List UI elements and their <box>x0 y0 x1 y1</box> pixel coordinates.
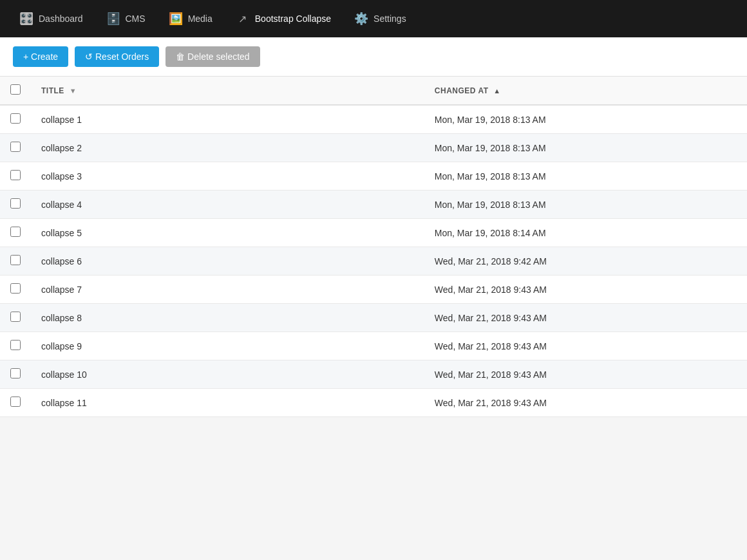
row-checkbox-cell <box>0 389 31 417</box>
table-row: collapse 4Mon, Mar 19, 2018 8:13 AM <box>0 191 747 219</box>
row-checkbox-cell <box>0 134 31 162</box>
table-row: collapse 1Mon, Mar 19, 2018 8:13 AM <box>0 105 747 134</box>
reset-orders-button[interactable]: ↺ Reset Orders <box>75 46 159 67</box>
row-changed-at: Wed, Mar 21, 2018 9:43 AM <box>424 275 747 304</box>
row-checkbox-cell <box>0 219 31 247</box>
table-row: collapse 7Wed, Mar 21, 2018 9:43 AM <box>0 275 747 304</box>
row-checkbox-cell <box>0 360 31 389</box>
select-all-cell <box>0 77 31 105</box>
table-row: collapse 2Mon, Mar 19, 2018 8:13 AM <box>0 134 747 162</box>
row-checkbox-cell <box>0 332 31 360</box>
create-button[interactable]: + Create <box>13 46 68 67</box>
row-changed-at: Mon, Mar 19, 2018 8:13 AM <box>424 191 747 219</box>
row-title: collapse 2 <box>31 134 424 162</box>
table-row: collapse 3Mon, Mar 19, 2018 8:13 AM <box>0 162 747 191</box>
nav-label-dashboard: Dashboard <box>39 14 83 24</box>
row-checkbox-2[interactable] <box>10 142 21 152</box>
nav-label-media: Media <box>188 14 213 24</box>
table-row: collapse 5Mon, Mar 19, 2018 8:14 AM <box>0 219 747 247</box>
row-changed-at: Mon, Mar 19, 2018 8:13 AM <box>424 134 747 162</box>
col-changed-at-label: CHANGED AT <box>435 86 489 95</box>
row-checkbox-cell <box>0 162 31 191</box>
delete-selected-label: 🗑 Delete selected <box>176 51 249 62</box>
row-title: collapse 3 <box>31 162 424 191</box>
cms-icon: 🗄️ <box>106 12 120 26</box>
title-sort-icon: ▼ <box>70 87 77 95</box>
row-checkbox-6[interactable] <box>10 255 21 265</box>
table-row: collapse 6Wed, Mar 21, 2018 9:42 AM <box>0 247 747 275</box>
nav-label-bootstrap-collapse: Bootstrap Collapse <box>255 14 331 24</box>
nav-label-cms: CMS <box>126 14 146 24</box>
row-title: collapse 11 <box>31 389 424 417</box>
row-title: collapse 5 <box>31 219 424 247</box>
navbar: 🎛️ Dashboard 🗄️ CMS 🖼️ Media ↗ Bootstrap… <box>0 0 747 37</box>
row-checkbox-cell <box>0 105 31 134</box>
table-header: TITLE ▼ CHANGED AT ▲ <box>0 77 747 105</box>
row-changed-at: Wed, Mar 21, 2018 9:43 AM <box>424 332 747 360</box>
nav-label-settings: Settings <box>374 14 406 24</box>
row-checkbox-5[interactable] <box>10 227 21 237</box>
row-title: collapse 7 <box>31 275 424 304</box>
row-changed-at: Mon, Mar 19, 2018 8:13 AM <box>424 105 747 134</box>
row-checkbox-cell <box>0 304 31 332</box>
nav-item-cms[interactable]: 🗄️ CMS <box>97 6 155 31</box>
row-checkbox-4[interactable] <box>10 198 21 209</box>
col-header-changed-at[interactable]: CHANGED AT ▲ <box>424 77 747 105</box>
reset-orders-label: ↺ Reset Orders <box>85 51 149 62</box>
row-title: collapse 10 <box>31 360 424 389</box>
row-changed-at: Wed, Mar 21, 2018 9:42 AM <box>424 247 747 275</box>
row-checkbox-11[interactable] <box>10 397 21 407</box>
table-row: collapse 10Wed, Mar 21, 2018 9:43 AM <box>0 360 747 389</box>
nav-item-settings[interactable]: ⚙️ Settings <box>345 6 415 31</box>
row-changed-at: Wed, Mar 21, 2018 9:43 AM <box>424 304 747 332</box>
dashboard-icon: 🎛️ <box>19 12 33 26</box>
row-checkbox-3[interactable] <box>10 170 21 180</box>
table-row: collapse 8Wed, Mar 21, 2018 9:43 AM <box>0 304 747 332</box>
row-checkbox-8[interactable] <box>10 312 21 322</box>
bootstrap-collapse-icon: ↗ <box>236 12 250 26</box>
row-checkbox-1[interactable] <box>10 113 21 124</box>
row-checkbox-7[interactable] <box>10 283 21 294</box>
col-header-title[interactable]: TITLE ▼ <box>31 77 424 105</box>
media-icon: 🖼️ <box>169 12 183 26</box>
settings-icon: ⚙️ <box>354 12 368 26</box>
table-row: collapse 9Wed, Mar 21, 2018 9:43 AM <box>0 332 747 360</box>
row-checkbox-cell <box>0 247 31 275</box>
content-area: TITLE ▼ CHANGED AT ▲ collapse 1Mon, Mar … <box>0 77 747 417</box>
col-title-label: TITLE <box>41 86 64 95</box>
row-title: collapse 6 <box>31 247 424 275</box>
row-checkbox-cell <box>0 275 31 304</box>
changed-at-sort-icon: ▲ <box>493 87 500 95</box>
row-title: collapse 9 <box>31 332 424 360</box>
nav-item-dashboard[interactable]: 🎛️ Dashboard <box>10 6 92 31</box>
toolbar: + Create ↺ Reset Orders 🗑 Delete selecte… <box>0 37 747 77</box>
row-checkbox-10[interactable] <box>10 368 21 378</box>
row-title: collapse 8 <box>31 304 424 332</box>
table-body: collapse 1Mon, Mar 19, 2018 8:13 AMcolla… <box>0 105 747 417</box>
row-changed-at: Mon, Mar 19, 2018 8:14 AM <box>424 219 747 247</box>
row-changed-at: Wed, Mar 21, 2018 9:43 AM <box>424 360 747 389</box>
select-all-checkbox[interactable] <box>10 84 21 95</box>
table-row: collapse 11Wed, Mar 21, 2018 9:43 AM <box>0 389 747 417</box>
row-changed-at: Mon, Mar 19, 2018 8:13 AM <box>424 162 747 191</box>
nav-item-bootstrap-collapse[interactable]: ↗ Bootstrap Collapse <box>227 6 340 31</box>
nav-item-media[interactable]: 🖼️ Media <box>160 6 222 31</box>
row-changed-at: Wed, Mar 21, 2018 9:43 AM <box>424 389 747 417</box>
create-button-label: + Create <box>23 51 58 62</box>
row-checkbox-cell <box>0 191 31 219</box>
delete-selected-button[interactable]: 🗑 Delete selected <box>165 46 260 67</box>
row-title: collapse 4 <box>31 191 424 219</box>
row-title: collapse 1 <box>31 105 424 134</box>
data-table: TITLE ▼ CHANGED AT ▲ collapse 1Mon, Mar … <box>0 77 747 417</box>
row-checkbox-9[interactable] <box>10 340 21 350</box>
